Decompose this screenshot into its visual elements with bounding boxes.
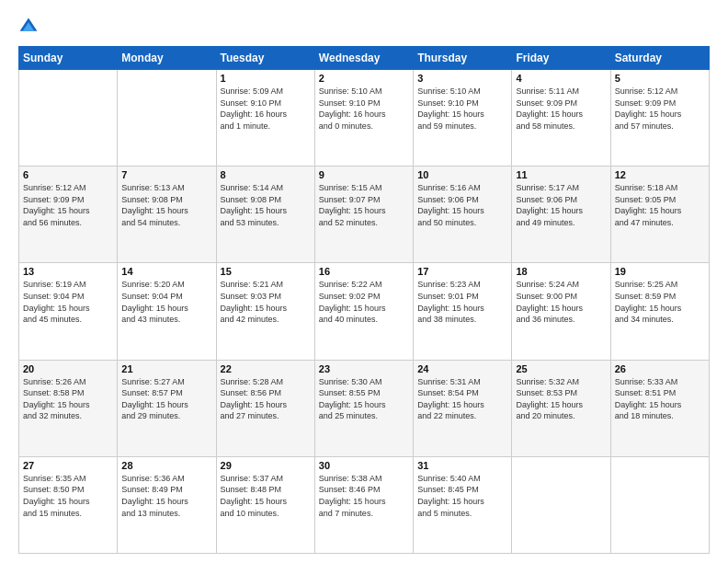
calendar-cell: 4Sunrise: 5:11 AM Sunset: 9:09 PM Daylig… [512, 70, 610, 167]
calendar-cell: 9Sunrise: 5:15 AM Sunset: 9:07 PM Daylig… [314, 167, 413, 263]
calendar-header-day: Tuesday [216, 47, 314, 70]
cell-content: Sunrise: 5:27 AM Sunset: 8:57 PM Dayligh… [121, 376, 211, 422]
calendar-cell: 25Sunrise: 5:32 AM Sunset: 8:53 PM Dayli… [512, 360, 610, 456]
calendar-cell: 16Sunrise: 5:22 AM Sunset: 9:02 PM Dayli… [314, 263, 413, 360]
calendar-table: SundayMondayTuesdayWednesdayThursdayFrid… [18, 46, 710, 554]
cell-content: Sunrise: 5:10 AM Sunset: 9:10 PM Dayligh… [319, 86, 409, 132]
cell-content: Sunrise: 5:22 AM Sunset: 9:02 PM Dayligh… [319, 279, 409, 325]
cell-content: Sunrise: 5:28 AM Sunset: 8:56 PM Dayligh… [221, 376, 311, 422]
calendar-header-day: Wednesday [314, 47, 413, 70]
cell-content: Sunrise: 5:14 AM Sunset: 9:08 PM Dayligh… [221, 182, 311, 228]
calendar-header-day: Sunday [19, 47, 118, 70]
cell-content: Sunrise: 5:31 AM Sunset: 8:54 PM Dayligh… [417, 376, 507, 422]
day-number: 8 [221, 169, 311, 180]
calendar-cell: 14Sunrise: 5:20 AM Sunset: 9:04 PM Dayli… [118, 263, 216, 360]
cell-content: Sunrise: 5:40 AM Sunset: 8:45 PM Dayligh… [417, 473, 507, 519]
day-number: 5 [615, 73, 705, 84]
day-number: 22 [221, 363, 311, 374]
cell-content: Sunrise: 5:15 AM Sunset: 9:07 PM Dayligh… [319, 182, 409, 228]
day-number: 13 [23, 266, 113, 277]
calendar-cell: 10Sunrise: 5:16 AM Sunset: 9:06 PM Dayli… [414, 167, 512, 263]
calendar-cell: 24Sunrise: 5:31 AM Sunset: 8:54 PM Dayli… [414, 360, 512, 456]
day-number: 4 [516, 73, 606, 84]
cell-content: Sunrise: 5:36 AM Sunset: 8:49 PM Dayligh… [121, 473, 211, 519]
day-number: 18 [516, 266, 606, 277]
day-number: 19 [615, 266, 705, 277]
day-number: 10 [417, 169, 507, 180]
day-number: 17 [417, 266, 507, 277]
calendar-cell: 3Sunrise: 5:10 AM Sunset: 9:10 PM Daylig… [414, 70, 512, 167]
logo [18, 17, 42, 37]
day-number: 11 [516, 169, 606, 180]
day-number: 6 [23, 169, 113, 180]
calendar-cell: 5Sunrise: 5:12 AM Sunset: 9:09 PM Daylig… [610, 70, 709, 167]
logo-icon [18, 17, 39, 37]
cell-content: Sunrise: 5:24 AM Sunset: 9:00 PM Dayligh… [516, 279, 606, 325]
calendar-cell: 13Sunrise: 5:19 AM Sunset: 9:04 PM Dayli… [19, 263, 118, 360]
cell-content: Sunrise: 5:20 AM Sunset: 9:04 PM Dayligh… [121, 279, 211, 325]
day-number: 20 [23, 363, 113, 374]
calendar-cell [118, 70, 216, 167]
day-number: 21 [121, 363, 211, 374]
calendar-cell: 23Sunrise: 5:30 AM Sunset: 8:55 PM Dayli… [314, 360, 413, 456]
calendar-cell: 28Sunrise: 5:36 AM Sunset: 8:49 PM Dayli… [118, 456, 216, 553]
calendar-cell: 12Sunrise: 5:18 AM Sunset: 9:05 PM Dayli… [610, 167, 709, 263]
calendar-cell: 17Sunrise: 5:23 AM Sunset: 9:01 PM Dayli… [414, 263, 512, 360]
calendar-header-day: Monday [118, 47, 216, 70]
cell-content: Sunrise: 5:16 AM Sunset: 9:06 PM Dayligh… [417, 182, 507, 228]
calendar-cell: 15Sunrise: 5:21 AM Sunset: 9:03 PM Dayli… [216, 263, 314, 360]
calendar-cell: 22Sunrise: 5:28 AM Sunset: 8:56 PM Dayli… [216, 360, 314, 456]
cell-content: Sunrise: 5:13 AM Sunset: 9:08 PM Dayligh… [121, 182, 211, 228]
day-number: 1 [221, 73, 311, 84]
cell-content: Sunrise: 5:26 AM Sunset: 8:58 PM Dayligh… [23, 376, 113, 422]
calendar-cell: 21Sunrise: 5:27 AM Sunset: 8:57 PM Dayli… [118, 360, 216, 456]
day-number: 29 [221, 460, 311, 471]
calendar-week-row: 1Sunrise: 5:09 AM Sunset: 9:10 PM Daylig… [19, 70, 710, 167]
calendar-header-day: Thursday [414, 47, 512, 70]
calendar-week-row: 27Sunrise: 5:35 AM Sunset: 8:50 PM Dayli… [19, 456, 710, 553]
calendar-cell: 29Sunrise: 5:37 AM Sunset: 8:48 PM Dayli… [216, 456, 314, 553]
cell-content: Sunrise: 5:21 AM Sunset: 9:03 PM Dayligh… [221, 279, 311, 325]
calendar-cell [512, 456, 610, 553]
day-number: 26 [615, 363, 705, 374]
day-number: 23 [319, 363, 409, 374]
cell-content: Sunrise: 5:17 AM Sunset: 9:06 PM Dayligh… [516, 182, 606, 228]
day-number: 12 [615, 169, 705, 180]
calendar-cell: 8Sunrise: 5:14 AM Sunset: 9:08 PM Daylig… [216, 167, 314, 263]
day-number: 3 [417, 73, 507, 84]
day-number: 30 [319, 460, 409, 471]
calendar-cell [19, 70, 118, 167]
calendar-cell: 7Sunrise: 5:13 AM Sunset: 9:08 PM Daylig… [118, 167, 216, 263]
calendar-cell: 31Sunrise: 5:40 AM Sunset: 8:45 PM Dayli… [414, 456, 512, 553]
day-number: 31 [417, 460, 507, 471]
cell-content: Sunrise: 5:37 AM Sunset: 8:48 PM Dayligh… [221, 473, 311, 519]
day-number: 27 [23, 460, 113, 471]
calendar-cell: 26Sunrise: 5:33 AM Sunset: 8:51 PM Dayli… [610, 360, 709, 456]
day-number: 16 [319, 266, 409, 277]
cell-content: Sunrise: 5:35 AM Sunset: 8:50 PM Dayligh… [23, 473, 113, 519]
cell-content: Sunrise: 5:23 AM Sunset: 9:01 PM Dayligh… [417, 279, 507, 325]
day-number: 2 [319, 73, 409, 84]
calendar-header-day: Saturday [610, 47, 709, 70]
cell-content: Sunrise: 5:19 AM Sunset: 9:04 PM Dayligh… [23, 279, 113, 325]
calendar-cell: 19Sunrise: 5:25 AM Sunset: 8:59 PM Dayli… [610, 263, 709, 360]
cell-content: Sunrise: 5:12 AM Sunset: 9:09 PM Dayligh… [615, 86, 705, 132]
cell-content: Sunrise: 5:11 AM Sunset: 9:09 PM Dayligh… [516, 86, 606, 132]
calendar-week-row: 13Sunrise: 5:19 AM Sunset: 9:04 PM Dayli… [19, 263, 710, 360]
cell-content: Sunrise: 5:18 AM Sunset: 9:05 PM Dayligh… [615, 182, 705, 228]
cell-content: Sunrise: 5:25 AM Sunset: 8:59 PM Dayligh… [615, 279, 705, 325]
day-number: 28 [121, 460, 211, 471]
day-number: 14 [121, 266, 211, 277]
day-number: 15 [221, 266, 311, 277]
day-number: 9 [319, 169, 409, 180]
calendar-cell: 27Sunrise: 5:35 AM Sunset: 8:50 PM Dayli… [19, 456, 118, 553]
day-number: 25 [516, 363, 606, 374]
header [18, 17, 710, 37]
day-number: 24 [417, 363, 507, 374]
calendar-cell: 2Sunrise: 5:10 AM Sunset: 9:10 PM Daylig… [314, 70, 413, 167]
cell-content: Sunrise: 5:33 AM Sunset: 8:51 PM Dayligh… [615, 376, 705, 422]
calendar-cell: 20Sunrise: 5:26 AM Sunset: 8:58 PM Dayli… [19, 360, 118, 456]
calendar-cell: 6Sunrise: 5:12 AM Sunset: 9:09 PM Daylig… [19, 167, 118, 263]
cell-content: Sunrise: 5:32 AM Sunset: 8:53 PM Dayligh… [516, 376, 606, 422]
calendar-cell: 1Sunrise: 5:09 AM Sunset: 9:10 PM Daylig… [216, 70, 314, 167]
